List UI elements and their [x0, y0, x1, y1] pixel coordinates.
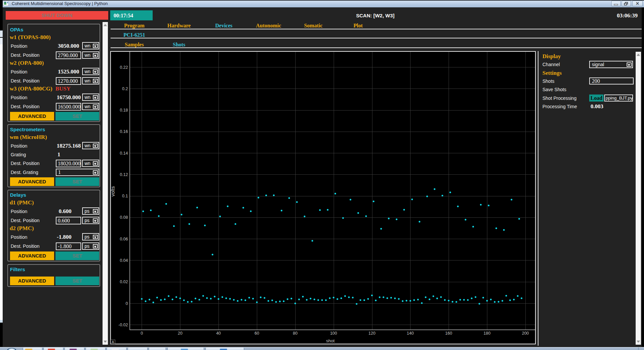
svg-text:A: A [112, 340, 114, 344]
svg-text:0.02: 0.02 [120, 280, 128, 284]
svg-text:180: 180 [484, 331, 491, 336]
svg-text:-0.02: -0.02 [119, 323, 128, 327]
svg-text:0: 0 [126, 301, 128, 306]
svg-text:0.2: 0.2 [122, 86, 128, 91]
svg-text:volts: volts [110, 186, 116, 197]
svg-text:40: 40 [216, 331, 221, 336]
svg-text:shot: shot [326, 338, 335, 343]
svg-text:100: 100 [330, 331, 337, 336]
svg-text:120: 120 [368, 331, 375, 336]
svg-text:0: 0 [141, 331, 143, 336]
svg-text:20: 20 [178, 331, 182, 336]
svg-text:0.04: 0.04 [120, 258, 128, 263]
svg-text:0.12: 0.12 [120, 172, 128, 177]
svg-text:200: 200 [522, 331, 529, 336]
svg-text:140: 140 [407, 331, 414, 336]
svg-text:160: 160 [445, 331, 452, 336]
svg-text:0.16: 0.16 [120, 129, 128, 134]
svg-text:60: 60 [255, 331, 259, 336]
svg-text:0.1: 0.1 [122, 194, 128, 198]
svg-text:0.06: 0.06 [120, 237, 128, 241]
svg-text:0.18: 0.18 [120, 108, 128, 113]
svg-text:0.22: 0.22 [120, 65, 128, 70]
svg-text:0.14: 0.14 [120, 151, 128, 156]
svg-text:0.08: 0.08 [120, 215, 128, 220]
svg-text:80: 80 [293, 331, 298, 336]
